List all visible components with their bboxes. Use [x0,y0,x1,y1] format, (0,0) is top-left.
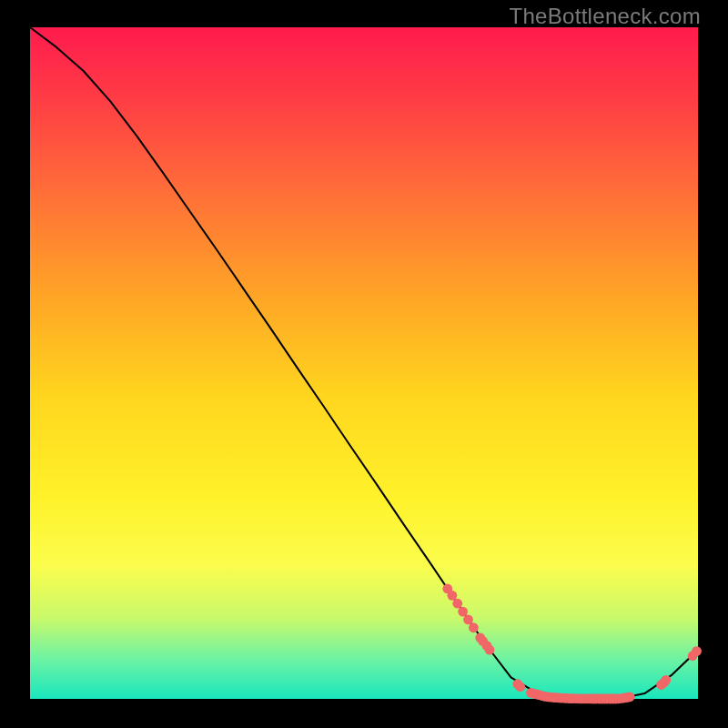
chart-overlay [30,27,698,699]
highlight-dot [458,607,468,617]
highlight-dot [692,646,702,656]
highlight-dot [515,682,525,692]
highlight-dot [463,615,473,625]
curve-path [30,27,698,699]
watermark-text: TheBottleneck.com [509,4,701,29]
highlight-dot [661,675,671,685]
chart-frame: TheBottleneck.com [0,0,728,728]
highlight-dot [625,692,635,702]
highlight-dot [452,599,462,609]
highlight-dot [469,622,479,632]
highlight-dot [485,645,495,655]
bottleneck-curve [30,27,698,699]
highlight-dots [442,584,702,704]
highlight-dot [447,591,457,601]
